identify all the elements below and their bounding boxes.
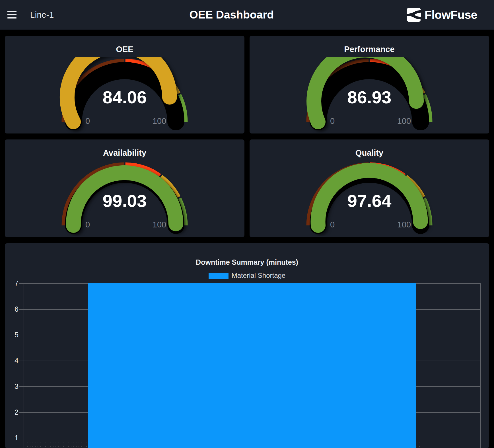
- brand: FlowFuse: [407, 8, 477, 22]
- gauge-card-performance: Performance 86.930100: [250, 36, 489, 133]
- gauge-min-label: 0: [330, 116, 335, 126]
- bar-material-shortage: [88, 283, 417, 448]
- gauge-performance: 86.930100: [304, 57, 435, 133]
- tickmark: [19, 309, 24, 310]
- y-tick-label: 7: [5, 280, 18, 287]
- tickmark: [19, 412, 24, 413]
- gauge-max-label: 100: [397, 116, 411, 126]
- gauge-value: 99.03: [102, 191, 147, 211]
- y-tick-label: 4: [5, 357, 18, 364]
- y-tick-label: 3: [5, 383, 18, 390]
- gauge-card-quality: Quality 97.640100: [250, 139, 489, 237]
- gauge-min-label: 0: [85, 220, 90, 229]
- page-name[interactable]: Line-1: [30, 10, 54, 20]
- gauge-title: Quality: [250, 148, 489, 158]
- y-tick-label: 5: [5, 331, 18, 338]
- flowfuse-logo-icon: [407, 8, 421, 22]
- dashboard-title: OEE Dashboard: [190, 9, 274, 21]
- tickmark: [19, 283, 24, 284]
- y-tick-label: 6: [5, 305, 18, 313]
- chart-title: Downtime Summary (minutes): [5, 258, 489, 266]
- gauge-card-oee: OEE 84.060100: [5, 36, 244, 133]
- tickmark: [19, 386, 24, 387]
- gauge-value: 86.93: [347, 87, 391, 107]
- axisline: [24, 283, 24, 448]
- gauge-quality: 97.640100: [304, 161, 435, 236]
- y-tick-label: 1: [5, 434, 18, 441]
- downtime-chart-card: Downtime Summary (minutes) Material Shor…: [5, 243, 489, 448]
- brand-name: FlowFuse: [425, 8, 477, 22]
- gauge-max-label: 100: [153, 220, 166, 229]
- y-tick-label: 2: [5, 408, 18, 416]
- gauge-title: OEE: [5, 45, 244, 54]
- legend-label: Material Shortage: [232, 272, 285, 280]
- tickmark: [19, 335, 24, 335]
- tickmark: [19, 361, 24, 361]
- app-bar: Line-1 OEE Dashboard FlowFuse: [0, 0, 494, 30]
- gauge-min-label: 0: [85, 116, 90, 126]
- tickmark: [19, 438, 24, 438]
- axisline: [480, 283, 481, 448]
- gauge-value: 97.64: [347, 191, 392, 211]
- gauge-title: Availability: [5, 148, 244, 158]
- gauge-max-label: 100: [397, 220, 411, 229]
- gauge-title: Performance: [250, 45, 489, 54]
- gauge-min-label: 0: [330, 220, 335, 229]
- gauge-oee: 84.060100: [59, 57, 190, 133]
- menu-icon[interactable]: [7, 11, 17, 19]
- gauge-card-availability: Availability 99.030100: [5, 139, 244, 237]
- legend-swatch: [209, 273, 229, 279]
- gauge-value: 84.06: [102, 87, 147, 107]
- gauge-availability: 99.030100: [59, 161, 190, 236]
- gauge-max-label: 100: [153, 116, 166, 126]
- chart-legend[interactable]: Material Shortage: [5, 272, 489, 279]
